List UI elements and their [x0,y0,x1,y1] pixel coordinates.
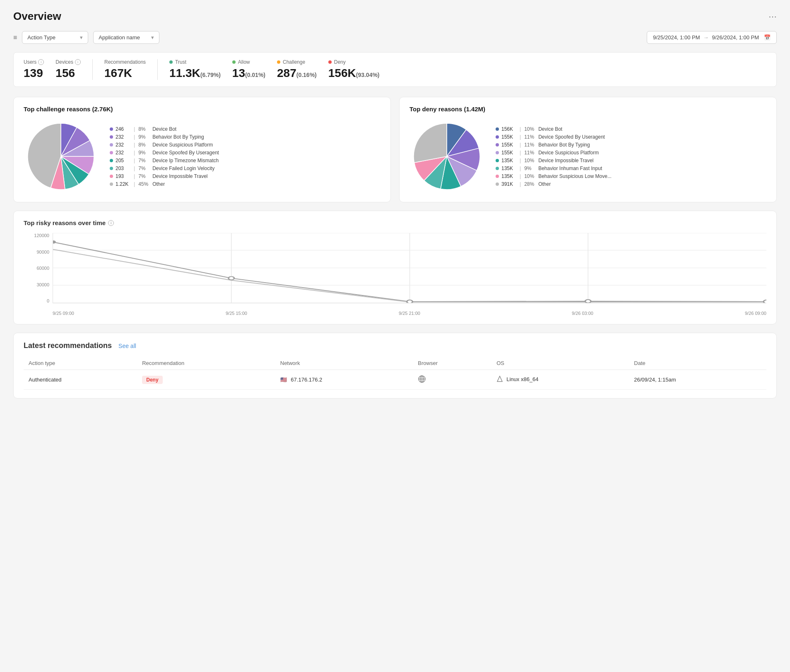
cell-date: 26/09/24, 1:15am [629,370,766,390]
app-name-filter[interactable]: Application name ▾ [93,31,159,44]
legend-item: 1.22K | 45% Other [110,181,381,187]
challenge-pie-chart [24,119,98,194]
action-type-label: Action Type [27,34,55,41]
challenge-value: 287(0.16%) [277,67,317,80]
deny-pie-section: 156K | 10% Device Bot 155K | 11% Device … [409,119,766,194]
legend-label: Other [538,181,551,187]
action-type-caret: ▾ [80,34,83,41]
legend-dot [496,175,499,178]
legend-value: 203 [116,166,130,171]
app-name-label: Application name [99,34,140,41]
filters-bar: ≡ Action Type ▾ Application name ▾ 9/25/… [13,31,777,44]
legend-item: 205 | 7% Device Ip Timezone Mismatch [110,158,381,163]
cell-network: 🇺🇸 67.176.176.2 [275,370,413,390]
legend-dot [110,167,113,170]
legend-dot [496,143,499,146]
flag-us-icon: 🇺🇸 [280,377,287,383]
deny-pie-container [409,119,484,194]
calendar-icon[interactable]: 📅 [764,34,771,41]
legend-label: Behavior Bot By Typing [538,142,590,148]
trust-value: 11.3K(6.79%) [169,67,221,80]
more-options-icon[interactable]: ⋯ [768,12,777,22]
legend-dot [110,143,113,146]
x-axis: 9/25 09:00 9/25 15:00 9/25 21:00 9/26 03… [53,311,766,316]
legend-value: 135K [501,166,516,171]
legend-label: Device Impossible Travel [152,173,207,179]
deny-dot [328,60,332,64]
allow-value: 13(0.01%) [232,67,265,80]
legend-pct: 11% [524,142,536,148]
users-info-icon[interactable]: i [38,59,44,65]
legend-value: 156K [501,126,516,132]
challenge-pie-section: 246 | 8% Device Bot 232 | 9% Behavior Bo… [24,119,381,194]
col-network: Network [275,357,413,370]
legend-pct: 28% [524,181,536,187]
legend-pct: 7% [138,166,150,171]
legend-dot [110,159,113,162]
date-arrow-icon: → [703,34,709,41]
challenge-stat: Challenge 287(0.16%) [277,59,317,80]
legend-pct: 8% [138,142,150,148]
legend-pct: 9% [524,166,536,171]
deny-legend: 156K | 10% Device Bot 155K | 11% Device … [496,126,766,187]
legend-item: 193 | 7% Device Impossible Travel [110,173,381,179]
legend-value: 193 [116,173,130,179]
legend-pct: 9% [138,134,150,140]
date-to: 9/26/2024, 1:00 PM [712,34,759,41]
legend-label: Device Ip Timezone Mismatch [152,158,219,163]
cell-action-type: Authenticated [24,370,137,390]
recommendations-group: Recommendations 167K [104,59,158,80]
legend-pct: 7% [138,173,150,179]
legend-item: 232 | 8% Device Suspicious Platform [110,142,381,148]
legend-item: 155K | 11% Device Suspicious Platform [496,150,766,156]
legend-dot [496,167,499,170]
devices-stat: Devices i 156 [55,59,81,80]
action-type-filter[interactable]: Action Type ▾ [22,31,88,44]
legend-value: 1.22K [116,181,130,187]
challenge-chart-title: Top challenge reasons (2.76K) [24,106,381,113]
time-chart-info-icon[interactable]: i [108,220,114,226]
svg-point-8 [53,240,56,244]
page-title: Overview [13,10,61,23]
legend-label: Device Impossible Travel [538,158,593,163]
legend-value: 205 [116,158,130,163]
deny-value: 156K(93.04%) [328,67,380,80]
legend-value: 135K [501,158,516,163]
legend-item: 391K | 28% Other [496,181,766,187]
legend-value: 135K [501,173,516,179]
legend-dot [110,127,113,131]
legend-pct: 11% [524,134,536,140]
challenge-pie-container [24,119,98,194]
legend-item: 135K | 10% Behavior Suspicious Low Move.… [496,173,766,179]
col-browser: Browser [413,357,491,370]
pie-charts-row: Top challenge reasons (2.76K) 246 | 8% D… [13,97,777,202]
col-os: OS [491,357,629,370]
col-action-type: Action type [24,357,137,370]
users-devices-group: Users i 139 Devices i 156 [24,59,93,80]
filter-icon: ≡ [13,34,17,41]
legend-item: 155K | 11% Device Spoofed By Useragent [496,134,766,140]
legend-item: 232 | 9% Device Spoofed By Useragent [110,150,381,156]
devices-info-icon[interactable]: i [75,59,81,65]
rec-title: Latest recommendations [24,341,112,350]
deny-label: Deny [334,59,346,65]
table-row: Authenticated Deny 🇺🇸 67.176.176.2 [24,370,766,390]
devices-value: 156 [55,67,81,80]
legend-label: Device Bot [152,126,176,132]
users-label: Users [24,59,36,65]
devices-label: Devices [55,59,73,65]
legend-dot [110,175,113,178]
legend-label: Behavior Suspicious Low Move... [538,173,612,179]
legend-label: Device Spoofed By Useragent [538,134,605,140]
legend-item: 232 | 9% Behavior Bot By Typing [110,134,381,140]
legend-dot [496,159,499,162]
see-all-link[interactable]: See all [118,343,136,349]
legend-dot [496,135,499,139]
legend-label: Device Suspicious Platform [152,142,213,148]
date-range-picker[interactable]: 9/25/2024, 1:00 PM → 9/26/2024, 1:00 PM … [647,31,777,44]
legend-pct: 9% [138,150,150,156]
recommendations-stat: Recommendations 167K [104,59,146,80]
deny-chart-title: Top deny reasons (1.42M) [409,106,766,113]
legend-pct: 10% [524,173,536,179]
allow-label: Allow [238,59,250,65]
